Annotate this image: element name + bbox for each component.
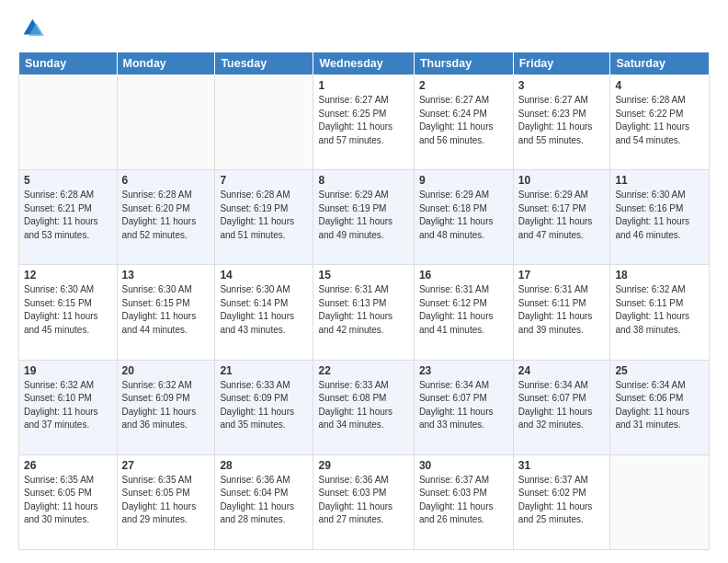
calendar-day-cell: 27Sunrise: 6:35 AM Sunset: 6:05 PM Dayli… bbox=[117, 454, 215, 549]
calendar-day-cell: 24Sunrise: 6:34 AM Sunset: 6:07 PM Dayli… bbox=[513, 360, 610, 454]
day-info: Sunrise: 6:27 AM Sunset: 6:23 PM Dayligh… bbox=[518, 94, 606, 147]
day-info: Sunrise: 6:34 AM Sunset: 6:07 PM Dayligh… bbox=[518, 379, 606, 432]
day-info: Sunrise: 6:33 AM Sunset: 6:08 PM Dayligh… bbox=[318, 379, 408, 432]
weekday-header-cell: Monday bbox=[117, 52, 215, 75]
calendar-day-cell: 17Sunrise: 6:31 AM Sunset: 6:11 PM Dayli… bbox=[513, 265, 610, 360]
day-number: 30 bbox=[419, 459, 508, 472]
day-number: 4 bbox=[615, 79, 704, 92]
day-info: Sunrise: 6:31 AM Sunset: 6:11 PM Dayligh… bbox=[518, 283, 606, 337]
day-info: Sunrise: 6:37 AM Sunset: 6:02 PM Dayligh… bbox=[518, 474, 606, 527]
day-info: Sunrise: 6:36 AM Sunset: 6:04 PM Dayligh… bbox=[220, 474, 308, 527]
calendar-day-cell bbox=[117, 75, 215, 170]
day-number: 29 bbox=[318, 459, 408, 472]
calendar-day-cell: 30Sunrise: 6:37 AM Sunset: 6:03 PM Dayli… bbox=[414, 454, 513, 549]
weekday-header-row: SundayMondayTuesdayWednesdayThursdayFrid… bbox=[19, 52, 710, 75]
day-number: 12 bbox=[24, 269, 112, 282]
calendar-day-cell bbox=[610, 454, 710, 549]
calendar-week-row: 12Sunrise: 6:30 AM Sunset: 6:15 PM Dayli… bbox=[19, 265, 710, 360]
weekday-header-cell: Friday bbox=[513, 52, 610, 75]
calendar-day-cell: 9Sunrise: 6:29 AM Sunset: 6:18 PM Daylig… bbox=[414, 170, 513, 265]
calendar-day-cell: 20Sunrise: 6:32 AM Sunset: 6:09 PM Dayli… bbox=[117, 360, 215, 454]
day-info: Sunrise: 6:32 AM Sunset: 6:11 PM Dayligh… bbox=[615, 283, 704, 337]
calendar-day-cell: 2Sunrise: 6:27 AM Sunset: 6:24 PM Daylig… bbox=[414, 75, 513, 170]
day-number: 6 bbox=[122, 174, 210, 187]
weekday-header-cell: Saturday bbox=[610, 52, 710, 75]
calendar-day-cell: 3Sunrise: 6:27 AM Sunset: 6:23 PM Daylig… bbox=[513, 75, 610, 170]
day-info: Sunrise: 6:30 AM Sunset: 6:15 PM Dayligh… bbox=[24, 283, 112, 337]
calendar-day-cell: 25Sunrise: 6:34 AM Sunset: 6:06 PM Dayli… bbox=[610, 360, 710, 454]
day-number: 28 bbox=[220, 459, 308, 472]
weekday-header-cell: Wednesday bbox=[313, 52, 414, 75]
day-number: 21 bbox=[220, 364, 308, 377]
calendar-day-cell: 8Sunrise: 6:29 AM Sunset: 6:19 PM Daylig… bbox=[313, 170, 414, 265]
day-number: 16 bbox=[419, 269, 508, 282]
day-number: 2 bbox=[419, 79, 508, 92]
day-number: 24 bbox=[518, 364, 606, 377]
calendar-day-cell: 12Sunrise: 6:30 AM Sunset: 6:15 PM Dayli… bbox=[19, 265, 118, 360]
page: SundayMondayTuesdayWednesdayThursdayFrid… bbox=[0, 0, 728, 563]
calendar-day-cell: 4Sunrise: 6:28 AM Sunset: 6:22 PM Daylig… bbox=[610, 75, 710, 170]
calendar-day-cell: 23Sunrise: 6:34 AM Sunset: 6:07 PM Dayli… bbox=[414, 360, 513, 454]
day-number: 1 bbox=[318, 79, 408, 92]
calendar-day-cell: 21Sunrise: 6:33 AM Sunset: 6:09 PM Dayli… bbox=[215, 360, 313, 454]
day-number: 7 bbox=[220, 174, 308, 187]
calendar-day-cell: 16Sunrise: 6:31 AM Sunset: 6:12 PM Dayli… bbox=[414, 265, 513, 360]
day-info: Sunrise: 6:27 AM Sunset: 6:24 PM Dayligh… bbox=[419, 94, 508, 147]
day-info: Sunrise: 6:34 AM Sunset: 6:07 PM Dayligh… bbox=[419, 379, 508, 432]
logo-icon bbox=[18, 17, 44, 42]
day-info: Sunrise: 6:32 AM Sunset: 6:10 PM Dayligh… bbox=[24, 379, 112, 432]
day-number: 14 bbox=[220, 269, 308, 282]
day-info: Sunrise: 6:33 AM Sunset: 6:09 PM Dayligh… bbox=[220, 379, 308, 432]
day-info: Sunrise: 6:30 AM Sunset: 6:16 PM Dayligh… bbox=[615, 189, 704, 242]
calendar-day-cell: 13Sunrise: 6:30 AM Sunset: 6:15 PM Dayli… bbox=[117, 265, 215, 360]
calendar-day-cell: 11Sunrise: 6:30 AM Sunset: 6:16 PM Dayli… bbox=[610, 170, 710, 265]
day-info: Sunrise: 6:29 AM Sunset: 6:18 PM Dayligh… bbox=[419, 189, 508, 242]
day-info: Sunrise: 6:29 AM Sunset: 6:19 PM Dayligh… bbox=[318, 189, 408, 242]
day-number: 10 bbox=[518, 174, 606, 187]
day-info: Sunrise: 6:35 AM Sunset: 6:05 PM Dayligh… bbox=[24, 474, 112, 527]
day-number: 3 bbox=[518, 79, 606, 92]
calendar-week-row: 5Sunrise: 6:28 AM Sunset: 6:21 PM Daylig… bbox=[19, 170, 710, 265]
day-info: Sunrise: 6:31 AM Sunset: 6:13 PM Dayligh… bbox=[318, 283, 408, 337]
day-info: Sunrise: 6:30 AM Sunset: 6:14 PM Dayligh… bbox=[220, 283, 308, 337]
calendar-day-cell: 10Sunrise: 6:29 AM Sunset: 6:17 PM Dayli… bbox=[513, 170, 610, 265]
logo bbox=[18, 17, 48, 42]
calendar-week-row: 19Sunrise: 6:32 AM Sunset: 6:10 PM Dayli… bbox=[19, 360, 710, 454]
day-info: Sunrise: 6:28 AM Sunset: 6:20 PM Dayligh… bbox=[122, 189, 210, 242]
day-number: 31 bbox=[518, 459, 606, 472]
day-number: 17 bbox=[518, 269, 606, 282]
day-number: 5 bbox=[24, 174, 112, 187]
calendar-day-cell bbox=[215, 75, 313, 170]
calendar-day-cell: 22Sunrise: 6:33 AM Sunset: 6:08 PM Dayli… bbox=[313, 360, 414, 454]
day-info: Sunrise: 6:34 AM Sunset: 6:06 PM Dayligh… bbox=[615, 379, 704, 432]
calendar-day-cell: 1Sunrise: 6:27 AM Sunset: 6:25 PM Daylig… bbox=[313, 75, 414, 170]
day-info: Sunrise: 6:27 AM Sunset: 6:25 PM Dayligh… bbox=[318, 94, 408, 147]
calendar-day-cell: 14Sunrise: 6:30 AM Sunset: 6:14 PM Dayli… bbox=[215, 265, 313, 360]
calendar-day-cell: 19Sunrise: 6:32 AM Sunset: 6:10 PM Dayli… bbox=[19, 360, 118, 454]
day-number: 25 bbox=[615, 364, 704, 377]
day-info: Sunrise: 6:29 AM Sunset: 6:17 PM Dayligh… bbox=[518, 189, 606, 242]
day-number: 20 bbox=[122, 364, 210, 377]
day-number: 9 bbox=[419, 174, 508, 187]
day-info: Sunrise: 6:28 AM Sunset: 6:22 PM Dayligh… bbox=[615, 94, 704, 147]
day-info: Sunrise: 6:28 AM Sunset: 6:19 PM Dayligh… bbox=[220, 189, 308, 242]
day-info: Sunrise: 6:36 AM Sunset: 6:03 PM Dayligh… bbox=[318, 474, 408, 527]
day-info: Sunrise: 6:28 AM Sunset: 6:21 PM Dayligh… bbox=[24, 189, 112, 242]
day-number: 15 bbox=[318, 269, 408, 282]
day-number: 27 bbox=[122, 459, 210, 472]
calendar-week-row: 1Sunrise: 6:27 AM Sunset: 6:25 PM Daylig… bbox=[19, 75, 710, 170]
day-info: Sunrise: 6:32 AM Sunset: 6:09 PM Dayligh… bbox=[122, 379, 210, 432]
day-info: Sunrise: 6:30 AM Sunset: 6:15 PM Dayligh… bbox=[122, 283, 210, 337]
day-number: 11 bbox=[615, 174, 704, 187]
day-info: Sunrise: 6:37 AM Sunset: 6:03 PM Dayligh… bbox=[419, 474, 508, 527]
calendar-day-cell: 15Sunrise: 6:31 AM Sunset: 6:13 PM Dayli… bbox=[313, 265, 414, 360]
calendar-day-cell: 31Sunrise: 6:37 AM Sunset: 6:02 PM Dayli… bbox=[513, 454, 610, 549]
weekday-header-cell: Sunday bbox=[19, 52, 118, 75]
day-info: Sunrise: 6:31 AM Sunset: 6:12 PM Dayligh… bbox=[419, 283, 508, 337]
weekday-header-cell: Thursday bbox=[414, 52, 513, 75]
day-info: Sunrise: 6:35 AM Sunset: 6:05 PM Dayligh… bbox=[122, 474, 210, 527]
weekday-header-cell: Tuesday bbox=[215, 52, 313, 75]
calendar-day-cell: 18Sunrise: 6:32 AM Sunset: 6:11 PM Dayli… bbox=[610, 265, 710, 360]
day-number: 23 bbox=[419, 364, 508, 377]
calendar-day-cell bbox=[19, 75, 118, 170]
